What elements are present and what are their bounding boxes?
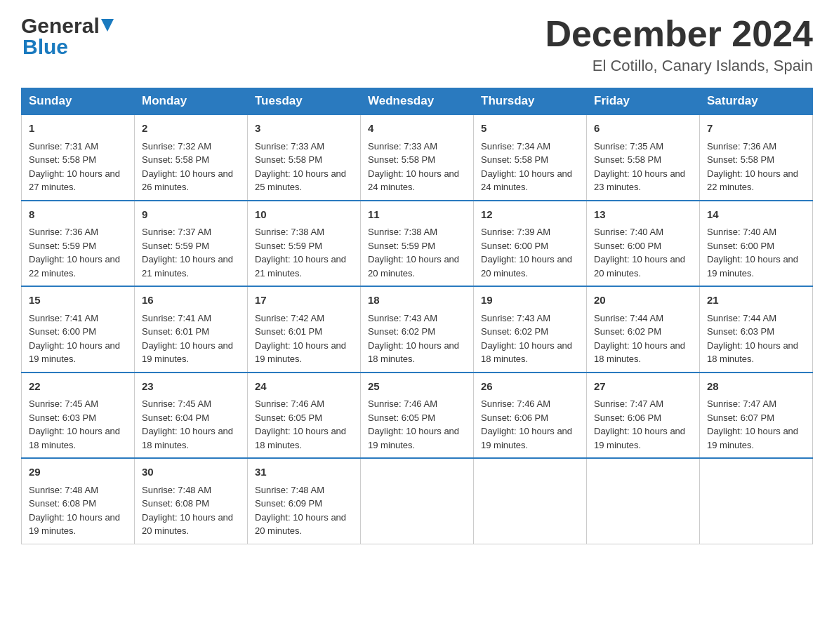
calendar-cell: 14 Sunrise: 7:40 AM Sunset: 6:00 PM Dayl… [700,201,813,287]
calendar-cell: 13 Sunrise: 7:40 AM Sunset: 6:00 PM Dayl… [587,201,700,287]
day-sunrise: Sunrise: 7:45 AM [142,398,211,409]
week-row-5: 29 Sunrise: 7:48 AM Sunset: 6:08 PM Dayl… [22,458,813,544]
day-number: 7 [707,121,805,137]
day-daylight: Daylight: 10 hours and 19 minutes. [29,512,120,537]
day-sunrise: Sunrise: 7:46 AM [481,398,550,409]
day-daylight: Daylight: 10 hours and 19 minutes. [481,426,572,450]
day-sunset: Sunset: 5:59 PM [29,241,96,251]
day-number: 6 [594,121,692,137]
week-row-3: 15 Sunrise: 7:41 AM Sunset: 6:00 PM Dayl… [22,286,813,373]
day-sunset: Sunset: 6:08 PM [142,498,209,509]
day-sunrise: Sunrise: 7:44 AM [594,313,663,323]
calendar-title-area: December 2024 El Cotillo, Canary Islands… [545,14,813,75]
week-row-2: 8 Sunrise: 7:36 AM Sunset: 5:59 PM Dayli… [22,201,813,287]
day-sunrise: Sunrise: 7:41 AM [142,313,211,323]
header-saturday: Saturday [700,88,813,115]
day-sunset: Sunset: 6:02 PM [481,326,548,337]
day-daylight: Daylight: 10 hours and 20 minutes. [142,512,233,537]
day-daylight: Daylight: 10 hours and 24 minutes. [481,168,572,193]
day-sunset: Sunset: 5:58 PM [368,154,435,165]
day-sunrise: Sunrise: 7:36 AM [29,227,98,237]
calendar-cell: 6 Sunrise: 7:35 AM Sunset: 5:58 PM Dayli… [587,114,700,201]
header-tuesday: Tuesday [248,88,361,115]
calendar-cell: 24 Sunrise: 7:46 AM Sunset: 6:05 PM Dayl… [248,373,361,459]
calendar-cell: 2 Sunrise: 7:32 AM Sunset: 5:58 PM Dayli… [135,114,248,201]
day-sunset: Sunset: 5:58 PM [707,154,774,165]
day-sunset: Sunset: 5:58 PM [29,154,96,165]
day-number: 11 [368,207,466,223]
svg-marker-0 [101,19,114,32]
day-sunrise: Sunrise: 7:46 AM [368,398,437,409]
day-sunset: Sunset: 6:00 PM [29,326,96,337]
day-sunrise: Sunrise: 7:48 AM [142,485,211,495]
calendar-cell: 11 Sunrise: 7:38 AM Sunset: 5:59 PM Dayl… [361,201,474,287]
logo-general-text: General [21,14,100,38]
day-daylight: Daylight: 10 hours and 20 minutes. [594,254,685,279]
day-sunrise: Sunrise: 7:45 AM [29,398,98,409]
day-number: 31 [255,464,353,481]
day-daylight: Daylight: 10 hours and 19 minutes. [707,254,798,279]
day-number: 15 [29,293,127,309]
day-number: 3 [255,121,353,137]
day-sunset: Sunset: 6:05 PM [368,412,435,423]
day-number: 16 [142,293,240,309]
day-number: 21 [707,293,805,309]
day-sunrise: Sunrise: 7:33 AM [255,141,324,152]
day-sunrise: Sunrise: 7:42 AM [255,313,324,323]
day-sunset: Sunset: 6:04 PM [142,412,209,423]
day-number: 2 [142,121,240,137]
day-sunset: Sunset: 6:02 PM [594,326,661,337]
day-sunset: Sunset: 6:07 PM [707,412,774,423]
logo: General Blue [21,14,114,59]
day-daylight: Daylight: 10 hours and 18 minutes. [29,426,120,450]
day-sunrise: Sunrise: 7:31 AM [29,141,98,152]
day-daylight: Daylight: 10 hours and 18 minutes. [142,426,233,450]
day-sunrise: Sunrise: 7:40 AM [707,227,776,237]
day-sunrise: Sunrise: 7:39 AM [481,227,550,237]
day-number: 23 [142,379,240,395]
day-sunset: Sunset: 6:03 PM [707,326,774,337]
day-daylight: Daylight: 10 hours and 21 minutes. [255,254,346,279]
day-sunset: Sunset: 6:00 PM [481,241,548,251]
day-sunset: Sunset: 6:06 PM [481,412,548,423]
day-number: 22 [29,379,127,395]
calendar-location: El Cotillo, Canary Islands, Spain [545,57,813,75]
calendar-cell: 8 Sunrise: 7:36 AM Sunset: 5:59 PM Dayli… [22,201,135,287]
day-number: 26 [481,379,579,395]
calendar-cell [474,458,587,544]
day-number: 25 [368,379,466,395]
day-number: 20 [594,293,692,309]
day-sunset: Sunset: 5:59 PM [255,241,322,251]
header-wednesday: Wednesday [361,88,474,115]
day-number: 4 [368,121,466,137]
calendar-cell: 17 Sunrise: 7:42 AM Sunset: 6:01 PM Dayl… [248,286,361,373]
calendar-cell: 30 Sunrise: 7:48 AM Sunset: 6:08 PM Dayl… [135,458,248,544]
day-number: 29 [29,464,127,481]
day-sunset: Sunset: 6:08 PM [29,498,96,509]
day-sunrise: Sunrise: 7:43 AM [481,313,550,323]
day-sunrise: Sunrise: 7:48 AM [29,485,98,495]
week-row-4: 22 Sunrise: 7:45 AM Sunset: 6:03 PM Dayl… [22,373,813,459]
day-daylight: Daylight: 10 hours and 18 minutes. [255,426,346,450]
day-sunrise: Sunrise: 7:47 AM [707,398,776,409]
day-sunrise: Sunrise: 7:41 AM [29,313,98,323]
calendar-cell: 23 Sunrise: 7:45 AM Sunset: 6:04 PM Dayl… [135,373,248,459]
day-number: 8 [29,207,127,223]
day-number: 14 [707,207,805,223]
page-header: General Blue December 2024 El Cotillo, C… [21,14,813,75]
day-daylight: Daylight: 10 hours and 19 minutes. [594,426,685,450]
calendar-table: Sunday Monday Tuesday Wednesday Thursday… [21,88,813,544]
header-thursday: Thursday [474,88,587,115]
calendar-cell: 12 Sunrise: 7:39 AM Sunset: 6:00 PM Dayl… [474,201,587,287]
calendar-cell [361,458,474,544]
day-number: 30 [142,464,240,481]
day-daylight: Daylight: 10 hours and 20 minutes. [481,254,572,279]
day-daylight: Daylight: 10 hours and 19 minutes. [255,340,346,365]
calendar-cell: 5 Sunrise: 7:34 AM Sunset: 5:58 PM Dayli… [474,114,587,201]
day-daylight: Daylight: 10 hours and 19 minutes. [29,340,120,365]
day-daylight: Daylight: 10 hours and 26 minutes. [142,168,233,193]
day-number: 13 [594,207,692,223]
calendar-cell: 1 Sunrise: 7:31 AM Sunset: 5:58 PM Dayli… [22,114,135,201]
day-sunrise: Sunrise: 7:38 AM [255,227,324,237]
calendar-cell: 20 Sunrise: 7:44 AM Sunset: 6:02 PM Dayl… [587,286,700,373]
